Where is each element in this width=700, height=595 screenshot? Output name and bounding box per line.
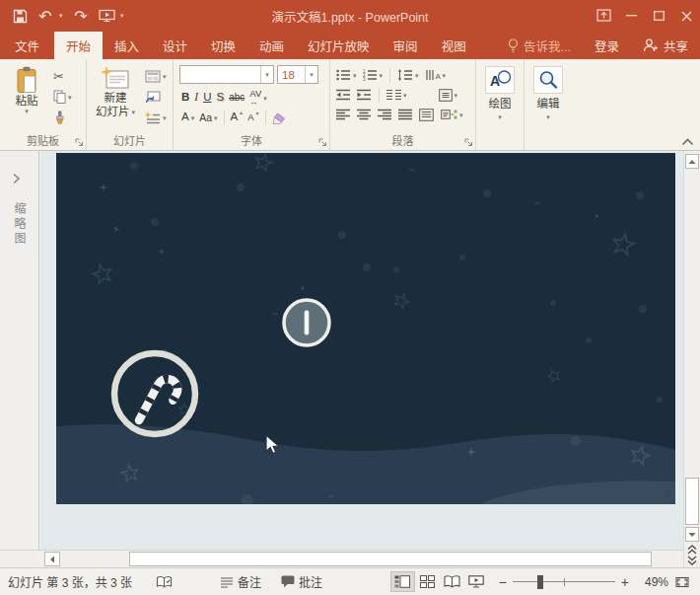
share-button[interactable]: 共享 xyxy=(631,32,700,59)
vertical-scrollbar[interactable] xyxy=(683,151,700,567)
paragraph-dialog-launcher[interactable] xyxy=(464,138,473,147)
character-spacing-button[interactable]: AV↔ ▾ xyxy=(247,89,268,107)
ribbon-display-options-icon[interactable] xyxy=(590,0,617,32)
collapse-ribbon-button[interactable] xyxy=(681,138,694,146)
title-bar: ↶ ▾ ↷ ▾ 演示文稿1.pptx - PowerPoint xyxy=(0,0,700,32)
font-size-combo[interactable]: 18 ▾ xyxy=(277,65,318,84)
customize-toolbar-caret[interactable]: ▾ xyxy=(120,12,128,20)
font-color-button[interactable]: A▾ xyxy=(179,109,196,126)
numbering-button[interactable]: 123 ▾ xyxy=(361,66,385,84)
underline-button[interactable]: U xyxy=(201,89,213,107)
reset-slide-button[interactable] xyxy=(143,88,169,106)
svg-text:A: A xyxy=(435,72,441,81)
text-direction-button[interactable]: A ▾ xyxy=(423,66,449,84)
tab-view[interactable]: 视图 xyxy=(430,32,478,59)
bold-button[interactable]: B xyxy=(179,89,191,107)
convert-to-smartart-button[interactable]: ▾ xyxy=(439,106,465,123)
expand-pane-chevron-icon[interactable] xyxy=(12,173,21,185)
tell-me-box[interactable]: 告诉我... xyxy=(496,32,583,59)
slide-layout-button[interactable]: ▾ xyxy=(143,67,169,85)
tab-file[interactable]: 文件 xyxy=(0,32,54,59)
candle-badge[interactable] xyxy=(284,300,329,345)
horizontal-scroll-thumb[interactable] xyxy=(129,552,652,566)
powerpoint-window: ↶ ▾ ↷ ▾ 演示文稿1.pptx - PowerPoint 文件 xyxy=(0,0,700,595)
editing-button[interactable]: 编辑 ▾ xyxy=(525,66,572,120)
grow-font-button[interactable]: A▾ xyxy=(229,109,245,126)
dropdown-caret: ▾ xyxy=(25,108,29,114)
zoom-slider-thumb[interactable] xyxy=(537,575,543,589)
tab-animations[interactable]: 动画 xyxy=(247,32,296,59)
scroll-up-icon[interactable] xyxy=(685,154,699,169)
thumbnail-pane[interactable]: 缩略图 xyxy=(0,151,39,550)
minimize-icon[interactable] xyxy=(617,0,645,32)
slide-canvas[interactable] xyxy=(56,153,675,504)
reading-view-button[interactable] xyxy=(440,571,464,592)
slideshow-view-button[interactable] xyxy=(464,571,489,592)
comments-toggle[interactable]: 批注 xyxy=(281,573,322,590)
dropdown-caret: ▾ xyxy=(415,72,419,79)
tab-design[interactable]: 设计 xyxy=(151,32,199,59)
scroll-down-icon[interactable] xyxy=(685,527,699,542)
fit-to-window-icon[interactable] xyxy=(674,575,690,589)
change-case-button[interactable]: Aa▾ xyxy=(197,109,219,126)
clipboard-dialog-launcher[interactable] xyxy=(75,138,84,147)
close-icon[interactable] xyxy=(672,0,700,32)
redo-icon[interactable]: ↷ xyxy=(69,3,93,29)
ribbon-group-slides: 新建 幻灯片 ▾ ▾ ▾ 幻灯片 xyxy=(87,59,174,150)
undo-icon[interactable]: ↶ xyxy=(34,3,57,29)
cut-button[interactable]: ✂ xyxy=(51,67,74,85)
shrink-font-button[interactable]: A▾ xyxy=(245,109,260,126)
distribute-columns-button[interactable] xyxy=(417,106,436,123)
strikethrough-button[interactable]: abc xyxy=(227,89,246,107)
start-slideshow-icon[interactable] xyxy=(95,3,118,29)
columns-button[interactable]: ▾ xyxy=(385,86,409,104)
font-name-combo[interactable]: ▾ xyxy=(179,65,274,84)
tab-home[interactable]: 开始 xyxy=(54,32,103,59)
align-right-icon xyxy=(378,109,391,120)
vertical-scroll-thumb[interactable] xyxy=(685,478,699,525)
zoom-percentage[interactable]: 49% xyxy=(633,575,668,589)
normal-view-button[interactable] xyxy=(390,571,415,592)
undo-dropdown-caret[interactable]: ▾ xyxy=(59,12,67,20)
maximize-icon[interactable] xyxy=(645,0,672,32)
bullets-button[interactable]: ▾ xyxy=(334,66,359,84)
line-spacing-icon xyxy=(397,69,413,81)
dropdown-caret: ▾ xyxy=(310,71,314,78)
tab-slideshow[interactable]: 幻灯片放映 xyxy=(296,32,382,59)
font-dialog-launcher[interactable] xyxy=(318,138,327,147)
horizontal-scrollbar[interactable] xyxy=(0,550,683,567)
dropdown-caret: ▾ xyxy=(191,114,195,121)
new-slide-button[interactable]: 新建 幻灯片 ▾ xyxy=(90,66,141,119)
sign-in-button[interactable]: 登录 xyxy=(583,32,631,59)
notes-toggle[interactable]: 备注 xyxy=(220,573,261,590)
text-shadow-button[interactable]: S xyxy=(214,89,226,107)
align-right-button[interactable] xyxy=(376,106,393,123)
align-text-button[interactable]: ▾ xyxy=(437,86,460,104)
clear-formatting-button[interactable] xyxy=(270,109,288,126)
line-spacing-button[interactable]: ▾ xyxy=(395,66,421,84)
italic-button[interactable]: I xyxy=(192,89,200,107)
spell-check-icon[interactable] xyxy=(156,575,173,589)
previous-slide-icon[interactable] xyxy=(685,544,699,555)
next-slide-icon[interactable] xyxy=(685,555,699,565)
cut-icon: ✂ xyxy=(53,69,64,84)
increase-indent-button[interactable] xyxy=(355,86,374,104)
scroll-left-icon[interactable] xyxy=(44,552,60,566)
slide-sorter-view-button[interactable] xyxy=(415,571,440,592)
tab-transitions[interactable]: 切换 xyxy=(199,32,247,59)
zoom-in-button[interactable]: + xyxy=(621,574,629,590)
zoom-out-button[interactable]: − xyxy=(499,574,507,590)
tab-review[interactable]: 审阅 xyxy=(382,32,430,59)
zoom-slider[interactable] xyxy=(513,574,615,590)
justify-button[interactable] xyxy=(396,106,414,123)
decrease-indent-button[interactable] xyxy=(334,86,353,104)
align-left-button[interactable] xyxy=(334,106,352,123)
align-center-button[interactable] xyxy=(355,106,373,123)
format-painter-button[interactable] xyxy=(51,109,74,126)
save-icon[interactable] xyxy=(8,3,32,29)
tab-insert[interactable]: 插入 xyxy=(103,32,151,59)
copy-button[interactable]: ▾ xyxy=(51,88,74,106)
section-button[interactable]: ▾ xyxy=(143,109,169,126)
drawing-button[interactable]: A 绘图 ▾ xyxy=(476,66,524,120)
paste-button[interactable]: 粘贴 ▾ xyxy=(5,66,48,114)
